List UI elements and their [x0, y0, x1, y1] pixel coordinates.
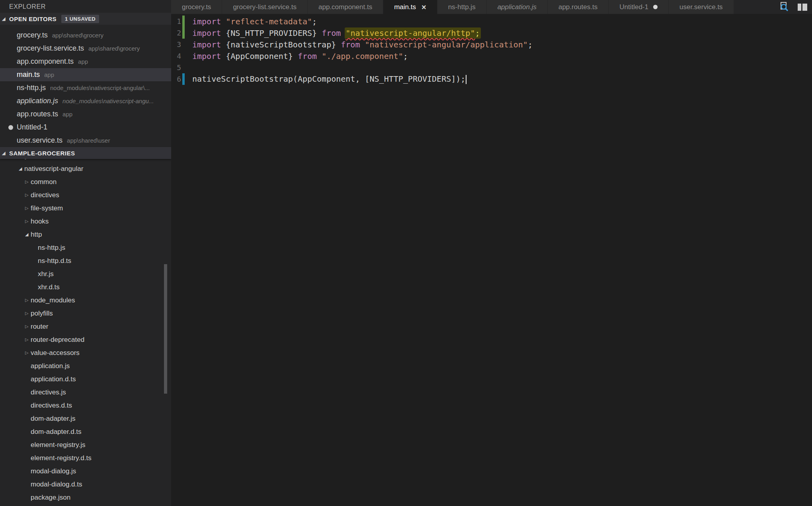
open-editors-label: OPEN EDITORS	[9, 16, 57, 22]
tab-app-component-ts[interactable]: app.component.ts	[308, 0, 383, 14]
chevron-collapsed-icon: ▷	[25, 311, 31, 316]
code-line-5: 5	[171, 62, 812, 73]
tab-user-service-ts[interactable]: user.service.ts	[669, 0, 734, 14]
tree-item-http[interactable]: ◢ http	[0, 228, 171, 241]
code-line-2: 2 import {NS_HTTP_PROVIDERS} from "nativ…	[171, 27, 812, 39]
tree-item-xhr-js[interactable]: xhr.js	[0, 267, 171, 280]
chevron-expanded-icon: ◢	[2, 16, 9, 22]
tree-item-element-registry-js[interactable]: element-registry.js	[0, 438, 171, 451]
open-editor-application-js[interactable]: application.js node_modules\nativescript…	[0, 94, 171, 108]
tree-item-polyfills[interactable]: ▷ polyfills	[0, 307, 171, 320]
chevron-expanded-icon: ◢	[2, 151, 9, 156]
chevron-expanded-icon: ◢	[19, 166, 24, 171]
tree-item-common[interactable]: ▷ common	[0, 175, 171, 188]
tree-item-xhr-d-ts[interactable]: xhr.d.ts	[0, 280, 171, 294]
gutter-added-indicator	[182, 27, 185, 39]
dirty-dot-icon	[8, 125, 13, 130]
tree-item-nativescript-angular[interactable]: ◢ nativescript-angular	[0, 162, 171, 175]
tab-main-ts[interactable]: main.ts ×	[383, 0, 437, 14]
tree-item-dom-adapter-d-ts[interactable]: dom-adapter.d.ts	[0, 425, 171, 438]
line-number: 4	[171, 52, 181, 60]
tree-item-directives-js[interactable]: directives.js	[0, 386, 171, 399]
tab-grocery-ts[interactable]: grocery.ts	[171, 0, 222, 14]
tab-untitled-1[interactable]: Untitled-1	[609, 0, 669, 14]
tree-item-modal-dialog-js[interactable]: modal-dialog.js	[0, 465, 171, 478]
split-editor-icon[interactable]	[796, 1, 809, 13]
tree-item-modal-dialog-d-ts[interactable]: modal-dialog.d.ts	[0, 478, 171, 491]
tree-item-element-registry-d-ts[interactable]: element-registry.d.ts	[0, 451, 171, 465]
code-line-3: 3 import {nativeScriptBootstrap} from "n…	[171, 39, 812, 50]
tree-item-application-d-ts[interactable]: application.d.ts	[0, 373, 171, 386]
text-cursor	[466, 75, 467, 84]
chevron-collapsed-icon: ▷	[25, 298, 31, 303]
open-editor-untitled-1[interactable]: Untitled-1	[0, 121, 171, 134]
chevron-collapsed-icon: ▷	[25, 350, 31, 355]
chevron-collapsed-icon: ▷	[25, 192, 31, 198]
tab-app-routes-ts[interactable]: app.routes.ts	[548, 0, 609, 14]
line-number: 2	[171, 29, 181, 37]
tab-application-js[interactable]: application.js	[487, 0, 548, 14]
workspace-section-header[interactable]: ◢ SAMPLE-GROCERIES	[0, 147, 171, 159]
tree-item-file-system[interactable]: ▷ file-system	[0, 202, 171, 215]
tree-item-application-js[interactable]: application.js	[0, 359, 171, 373]
file-tree: ◢ nativescript-angular ▷ common ▷ direct…	[0, 162, 171, 504]
tree-item-directives[interactable]: ▷ directives	[0, 188, 171, 202]
open-editor-app-component-ts[interactable]: app.component.ts app	[0, 55, 171, 68]
tree-item-node-modules[interactable]: ▷ node_modules	[0, 294, 171, 307]
sidebar-scrollbar[interactable]	[164, 264, 167, 394]
code-editor[interactable]: 1 import "reflect-metadata"; 2 import {N…	[171, 14, 812, 85]
tree-item-dom-adapter-js[interactable]: dom-adapter.js	[0, 412, 171, 425]
open-editor-grocery-list-service-ts[interactable]: grocery-list.service.ts app\shared\groce…	[0, 42, 171, 55]
code-line-1: 1 import "reflect-metadata";	[171, 16, 812, 27]
open-editor-grocery-ts[interactable]: grocery.ts app\shared\grocery	[0, 29, 171, 42]
tree-item-router-deprecated[interactable]: ▷ router-deprecated	[0, 333, 171, 346]
chevron-collapsed-icon: ▷	[25, 206, 31, 211]
error-highlighted-string: "nativescript-angular/http";	[345, 28, 480, 38]
dirty-dot-icon	[653, 5, 658, 9]
tab-grocery-list-service-ts[interactable]: grocery-list.service.ts	[222, 0, 308, 14]
open-editors-list: grocery.ts app\shared\grocery grocery-li…	[0, 25, 171, 147]
open-preview-icon[interactable]	[778, 1, 791, 13]
tab-bar: grocery.ts grocery-list.service.ts app.c…	[171, 0, 812, 14]
gutter-modified-indicator	[182, 73, 185, 85]
chevron-expanded-icon: ◢	[25, 232, 31, 237]
open-editor-ns-http-js[interactable]: ns-http.js node_modules\nativescript-ang…	[0, 81, 171, 94]
chevron-collapsed-icon: ▷	[25, 219, 31, 224]
tree-item-partial: y	[0, 159, 171, 162]
code-line-4: 4 import {AppComponent} from "./app.comp…	[171, 50, 812, 62]
tree-item-value-accessors[interactable]: ▷ value-accessors	[0, 346, 171, 359]
open-editor-app-routes-ts[interactable]: app.routes.ts app	[0, 108, 171, 121]
tree-item-router[interactable]: ▷ router	[0, 320, 171, 333]
tab-ns-http-js[interactable]: ns-http.js	[437, 0, 487, 14]
vscode-window: EXPLORER ◢ OPEN EDITORS 1 UNSAVED grocer…	[0, 0, 812, 506]
code-line-6: 6 nativeScriptBootstrap(AppComponent, [N…	[171, 73, 812, 85]
line-number: 3	[171, 40, 181, 49]
tree-item-directives-d-ts[interactable]: directives.d.ts	[0, 399, 171, 412]
close-icon[interactable]: ×	[422, 3, 426, 11]
tree-item-package-json[interactable]: package.json	[0, 491, 171, 504]
gutter-added-indicator	[182, 16, 185, 27]
line-number: 6	[171, 75, 181, 83]
chevron-collapsed-icon: ▷	[25, 179, 31, 184]
editor-area: grocery.ts grocery-list.service.ts app.c…	[171, 0, 812, 506]
chevron-collapsed-icon: ▷	[25, 324, 31, 329]
tree-item-hooks[interactable]: ▷ hooks	[0, 215, 171, 228]
line-number: 5	[171, 63, 181, 72]
explorer-sidebar: EXPLORER ◢ OPEN EDITORS 1 UNSAVED grocer…	[0, 0, 171, 506]
tree-item-ns-http-js[interactable]: ns-http.js	[0, 241, 171, 254]
open-editor-main-ts[interactable]: main.ts app	[0, 68, 171, 81]
open-editor-user-service-ts[interactable]: user.service.ts app\shared\user	[0, 134, 171, 147]
line-number: 1	[171, 17, 181, 25]
workspace-name-label: SAMPLE-GROCERIES	[9, 150, 75, 157]
open-editors-header[interactable]: ◢ OPEN EDITORS 1 UNSAVED	[0, 13, 171, 25]
tree-item-ns-http-d-ts[interactable]: ns-http.d.ts	[0, 254, 171, 267]
explorer-title: EXPLORER	[0, 0, 171, 13]
unsaved-count-badge: 1 UNSAVED	[61, 15, 99, 23]
editor-actions	[778, 0, 809, 14]
chevron-collapsed-icon: ▷	[25, 337, 31, 342]
